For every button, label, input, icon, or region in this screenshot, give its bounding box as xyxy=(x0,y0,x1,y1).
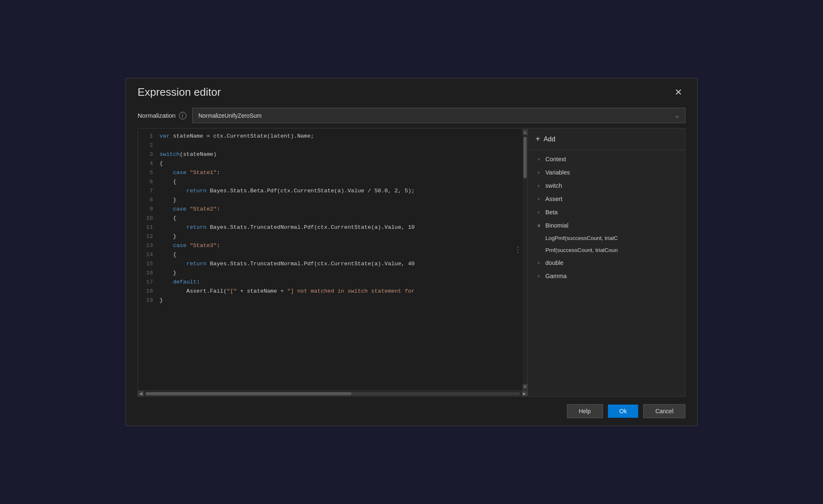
tree-item[interactable]: ›Variables xyxy=(528,166,685,179)
scrollbar-h-thumb[interactable] xyxy=(145,392,351,395)
plus-icon: + xyxy=(535,134,540,144)
code-scroll-area: 12345678910111213141516171819 var stateN… xyxy=(138,128,528,390)
tree-item[interactable]: ›Assert xyxy=(528,192,685,206)
chevron-right-icon: › xyxy=(535,156,542,162)
tree-item-label: double xyxy=(545,259,678,266)
ok-button[interactable]: Ok xyxy=(608,405,639,418)
dialog-body: 12345678910111213141516171819 var stateN… xyxy=(126,128,697,397)
tree-sub-item[interactable]: Pmf(successCount, trialCoun xyxy=(528,244,685,256)
three-dots-menu[interactable]: ⋮ xyxy=(514,246,522,253)
right-panel: + Add ›Context›Variables›switch›Assert›B… xyxy=(528,128,685,397)
scroll-down-icon[interactable]: ▼ xyxy=(523,384,528,390)
expression-editor-dialog: Expression editor ✕ Normalization i Norm… xyxy=(126,78,697,426)
info-icon[interactable]: i xyxy=(179,112,186,119)
chevron-down-icon: ⌵ xyxy=(675,111,679,119)
add-button[interactable]: + Add xyxy=(535,134,555,144)
dialog-title: Expression editor xyxy=(138,86,221,99)
dropdown-value: NormalizeUnifyZeroSum xyxy=(198,112,261,119)
tree-item-label: Gamma xyxy=(545,273,678,279)
tree-item-label: Context xyxy=(545,156,678,162)
scroll-left-icon[interactable]: ◀ xyxy=(138,391,144,397)
tree-list: ›Context›Variables›switch›Assert›Beta∨Bi… xyxy=(528,150,685,396)
horizontal-scrollbar[interactable]: ◀ ▶ xyxy=(138,390,528,396)
tree-item[interactable]: ›Gamma xyxy=(528,269,685,283)
chevron-right-icon: › xyxy=(535,273,542,279)
tree-item-label: switch xyxy=(545,182,678,189)
chevron-right-icon: › xyxy=(535,196,542,202)
tree-item-label: Binomial xyxy=(545,222,678,229)
cancel-button[interactable]: Cancel xyxy=(643,404,685,418)
tree-item[interactable]: ›double xyxy=(528,256,685,269)
tree-item[interactable]: ›Context xyxy=(528,153,685,166)
code-content[interactable]: var stateName = ctx.CurrentState(latent)… xyxy=(158,128,523,390)
normalization-label: Normalization i xyxy=(138,112,186,119)
help-button[interactable]: Help xyxy=(567,404,603,418)
tree-item[interactable]: ›switch xyxy=(528,179,685,192)
add-button-row: + Add xyxy=(528,128,685,150)
dialog-toolbar: Normalization i NormalizeUnifyZeroSum ⌵ xyxy=(126,104,697,128)
close-button[interactable]: ✕ xyxy=(671,86,685,99)
chevron-right-icon: › xyxy=(535,209,542,215)
tree-sub-item[interactable]: LogPmf(successCount, trialC xyxy=(528,232,685,244)
add-label: Add xyxy=(544,136,555,143)
scrollbar-h-track xyxy=(145,392,520,395)
chevron-down-icon: ∨ xyxy=(535,223,542,228)
dialog-header: Expression editor ✕ xyxy=(126,78,697,104)
tree-item-label: Beta xyxy=(545,209,678,216)
scroll-up-icon[interactable]: ▲ xyxy=(523,129,528,135)
chevron-right-icon: › xyxy=(535,260,542,266)
tree-item[interactable]: ›Beta xyxy=(528,206,685,219)
vertical-scrollbar[interactable]: ▲ ▼ xyxy=(523,128,528,390)
code-editor[interactable]: 12345678910111213141516171819 var stateN… xyxy=(138,128,528,397)
normalization-text: Normalization xyxy=(138,112,176,119)
scroll-right-icon[interactable]: ▶ xyxy=(522,391,528,397)
dialog-footer: Help Ok Cancel xyxy=(126,397,697,426)
line-numbers: 12345678910111213141516171819 xyxy=(138,128,158,390)
tree-item-label: Variables xyxy=(545,169,678,176)
tree-item-label: Assert xyxy=(545,196,678,202)
chevron-right-icon: › xyxy=(535,183,542,189)
tree-item[interactable]: ∨Binomial xyxy=(528,219,685,232)
normalization-dropdown[interactable]: NormalizeUnifyZeroSum ⌵ xyxy=(192,108,685,123)
scrollbar-thumb[interactable] xyxy=(523,137,527,178)
chevron-right-icon: › xyxy=(535,170,542,175)
